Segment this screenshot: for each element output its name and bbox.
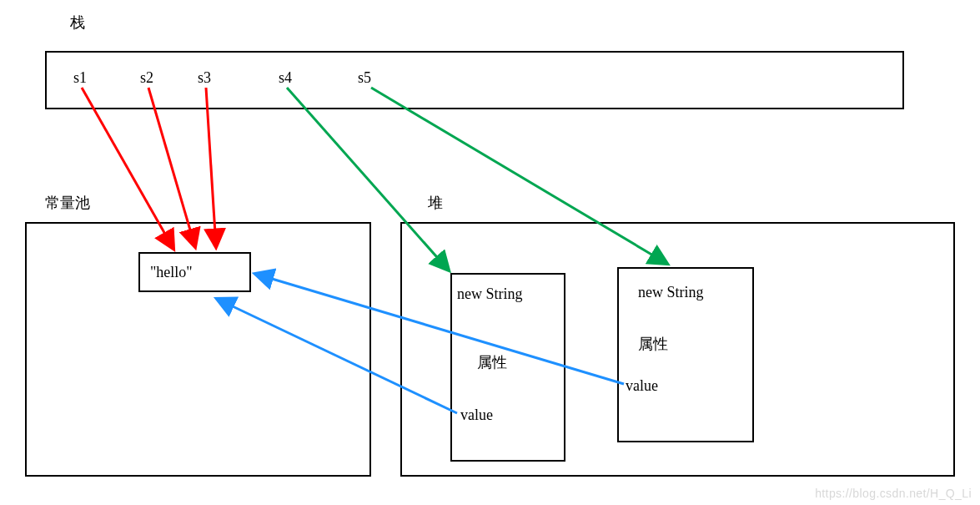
stack-var-s2: s2	[140, 69, 153, 87]
heap-obj2-attr: 属性	[638, 334, 668, 354]
const-pool-title: 常量池	[45, 193, 90, 213]
heap-obj1-attr: 属性	[477, 352, 507, 372]
heap-obj1-header: new String	[457, 285, 523, 303]
stack-var-s4: s4	[279, 69, 292, 87]
heap-obj2-header: new String	[638, 284, 704, 301]
stack-var-s1: s1	[73, 69, 87, 87]
stack-title: 栈	[70, 13, 85, 33]
heap-obj2-value: value	[626, 377, 658, 395]
stack-var-s3: s3	[198, 69, 211, 87]
watermark: https://blog.csdn.net/H_Q_Li	[815, 487, 972, 500]
heap-obj1-value: value	[460, 407, 493, 424]
stack-var-s5: s5	[358, 69, 371, 87]
stack-box	[45, 51, 904, 109]
heap-title: 堆	[428, 193, 443, 213]
hello-literal: "hello"	[150, 264, 193, 281]
